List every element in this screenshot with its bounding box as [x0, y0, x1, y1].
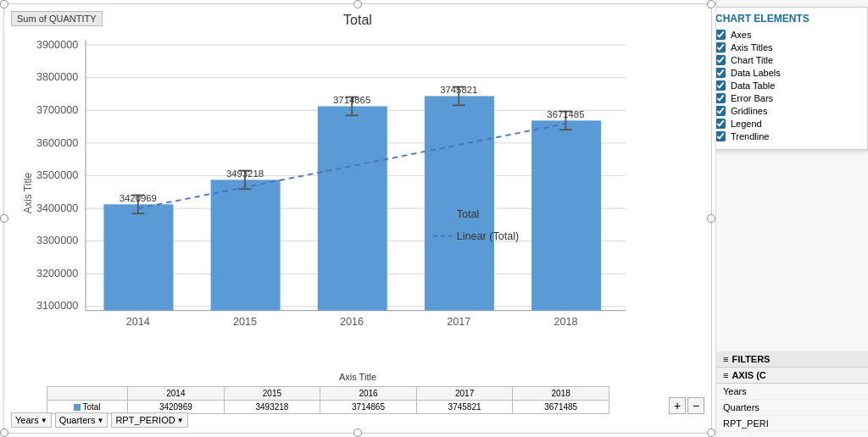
right-panel: + 🖌 CHART ELEMENTS Axes Axis Titles Char… — [715, 0, 868, 437]
svg-text:3500000: 3500000 — [36, 169, 78, 181]
chart-title-label: Chart Title — [731, 55, 773, 65]
legend-checkbox[interactable] — [715, 119, 726, 129]
svg-text:3700000: 3700000 — [36, 104, 78, 116]
chart-title-checkbox[interactable] — [715, 55, 726, 65]
chart-title: Total — [4, 13, 711, 28]
svg-text:3900000: 3900000 — [36, 39, 78, 51]
handle-tl[interactable] — [0, 0, 8, 8]
axis-item-rpt-period: RPT_PERI — [716, 416, 868, 432]
svg-text:3200000: 3200000 — [36, 268, 78, 279]
handle-bc[interactable] — [353, 429, 362, 437]
bar-2015 — [211, 180, 281, 310]
data-table-label: Data Table — [731, 80, 775, 91]
axis-icon: ≡ — [723, 370, 728, 380]
filters-section: ≡ FILTERS — [716, 351, 868, 368]
handle-bl[interactable] — [0, 429, 8, 437]
error-bars-checkbox[interactable] — [715, 93, 726, 103]
main-container: Sum of QUANTITY Total 3900000 3800000 37… — [0, 0, 868, 437]
zoom-plus-button[interactable]: + — [669, 397, 686, 414]
chart-elements-item-data-table: Data Table — [715, 80, 859, 91]
legend-label: Legend — [731, 119, 762, 129]
years-filter-arrow: ▼ — [41, 417, 47, 424]
svg-text:3745821: 3745821 — [440, 85, 477, 95]
svg-text:3671485: 3671485 — [547, 109, 584, 119]
svg-text:2014: 2014 — [126, 316, 150, 328]
svg-text:3493218: 3493218 — [226, 169, 264, 179]
chart-area: Sum of QUANTITY Total 3900000 3800000 37… — [3, 3, 712, 434]
bar-2016 — [318, 106, 387, 310]
data-table: 2014 2015 2016 2017 2018 Total 3420969 3… — [47, 386, 609, 414]
handle-ml[interactable] — [0, 214, 8, 223]
svg-text:2018: 2018 — [554, 316, 577, 328]
chart-svg: 3900000 3800000 3700000 3600000 3500000 … — [16, 30, 711, 357]
axes-checkbox[interactable] — [715, 30, 726, 40]
chart-elements-item-axis-titles: Axis Titles — [715, 42, 859, 53]
trendline-label: Trendline — [731, 131, 769, 141]
quarters-filter-arrow: ▼ — [97, 417, 103, 424]
svg-text:2015: 2015 — [233, 316, 257, 328]
chart-elements-item-legend: Legend — [715, 119, 859, 129]
zoom-minus-button[interactable]: − — [687, 397, 704, 414]
chart-elements-popup: CHART ELEMENTS Axes Axis Titles Chart Ti… — [715, 7, 868, 150]
handle-br[interactable] — [707, 429, 715, 437]
sum-badge: Sum of QUANTITY — [11, 11, 103, 26]
svg-text:3800000: 3800000 — [36, 72, 78, 84]
bar-2017 — [425, 96, 494, 310]
filters-header: ≡ FILTERS — [716, 351, 868, 368]
chart-elements-item-trendline: Trendline — [715, 131, 859, 141]
table-year-row: 2014 2015 2016 2017 2018 — [47, 387, 609, 401]
rpt-period-filter-label: RPT_PERIOD — [115, 415, 175, 425]
zoom-controls: + − — [669, 397, 704, 414]
handle-tr[interactable] — [707, 0, 715, 8]
data-labels-label: Data Labels — [731, 68, 781, 78]
svg-text:3420969: 3420969 — [120, 193, 157, 203]
quarters-filter[interactable]: Quarters ▼ — [55, 412, 108, 428]
svg-text:2017: 2017 — [447, 316, 470, 328]
data-table-checkbox[interactable] — [715, 80, 726, 91]
chart-elements-item-data-labels: Data Labels — [715, 68, 859, 78]
svg-text:3714865: 3714865 — [333, 95, 370, 105]
gridlines-checkbox[interactable] — [715, 106, 726, 116]
rpt-period-filter[interactable]: RPT_PERIOD ▼ — [111, 412, 187, 428]
gridlines-label: Gridlines — [731, 106, 767, 116]
quarters-filter-label: Quarters — [59, 415, 96, 425]
axis-titles-checkbox[interactable] — [715, 42, 726, 53]
axis-title: AXIS (C — [732, 370, 765, 380]
axis-item-quarters: Quarters — [716, 400, 868, 416]
svg-text:3300000: 3300000 — [36, 235, 78, 247]
axis-section: ≡ AXIS (C Years Quarters RPT_PERI — [716, 368, 868, 437]
filter-bar: Years ▼ Quarters ▼ RPT_PERIOD ▼ — [11, 412, 188, 428]
svg-text:3600000: 3600000 — [36, 137, 78, 149]
axis-header: ≡ AXIS (C — [716, 368, 868, 384]
svg-text:Linear (Total): Linear (Total) — [457, 231, 520, 243]
chart-elements-item-gridlines: Gridlines — [715, 106, 859, 116]
svg-text:Axis Title: Axis Title — [21, 173, 33, 213]
svg-rect-45 — [433, 208, 453, 218]
years-filter[interactable]: Years ▼ — [11, 412, 52, 428]
handle-tc[interactable] — [353, 0, 362, 8]
axis-title-bottom: Axis Title — [4, 372, 711, 382]
bar-2018 — [531, 120, 601, 310]
years-filter-label: Years — [15, 415, 39, 425]
bar-2014 — [103, 204, 173, 310]
chart-elements-item-chart-title: Chart Title — [715, 55, 859, 65]
chart-elements-item-axes: Axes — [715, 30, 859, 40]
svg-text:Total: Total — [457, 208, 480, 220]
chart-svg-container: 3900000 3800000 3700000 3600000 3500000 … — [16, 30, 711, 357]
chart-elements-title: CHART ELEMENTS — [715, 13, 859, 25]
filters-icon: ≡ — [723, 354, 728, 364]
axes-label: Axes — [731, 30, 751, 40]
total-color-indicator — [74, 404, 81, 411]
error-bars-label: Error Bars — [731, 93, 773, 103]
trendline-checkbox[interactable] — [715, 131, 726, 141]
axis-titles-label: Axis Titles — [731, 42, 773, 53]
data-labels-checkbox[interactable] — [715, 68, 726, 78]
rpt-period-filter-arrow: ▼ — [177, 417, 184, 424]
svg-text:3100000: 3100000 — [36, 301, 78, 313]
svg-text:2016: 2016 — [340, 316, 364, 328]
svg-text:3400000: 3400000 — [36, 202, 78, 214]
axis-item-years: Years — [716, 384, 868, 400]
chart-elements-item-error-bars: Error Bars — [715, 93, 859, 103]
filters-title: FILTERS — [732, 354, 770, 364]
